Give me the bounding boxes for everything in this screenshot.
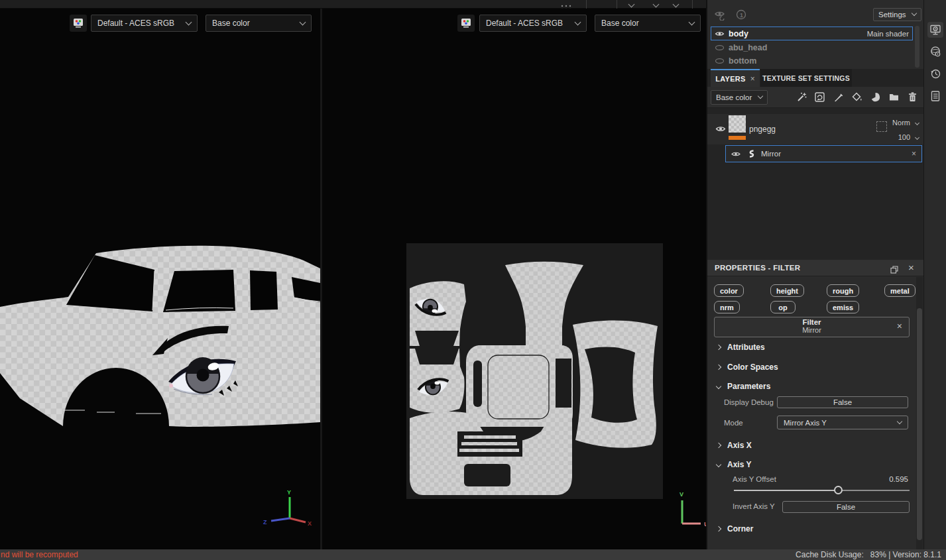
svg-text:1: 1 <box>740 12 743 19</box>
viewport-3d[interactable]: Y X Z Default - ACES sRGB Base color <box>0 9 320 549</box>
fill-layer-icon[interactable] <box>851 91 862 103</box>
layer-mask-placeholder[interactable] <box>876 121 887 132</box>
texture-set-name: body <box>729 29 748 38</box>
display-debug-label: Display Debug <box>724 398 774 406</box>
properties-panel: PROPERTIES - FILTER × color height rough… <box>707 260 925 549</box>
svg-text:Z: Z <box>263 519 267 526</box>
top-toolbar-strip <box>0 0 706 9</box>
section-attributes[interactable]: Attributes <box>717 343 765 352</box>
filter-name: Mirror <box>715 326 909 334</box>
filter-type-label: Filter <box>715 318 909 326</box>
axis-y-offset-value[interactable]: 0.595 <box>866 475 908 483</box>
eye-closed-icon[interactable] <box>715 43 725 52</box>
effect-remove-icon[interactable]: × <box>912 150 916 158</box>
add-effect-icon[interactable] <box>796 91 807 103</box>
svg-text:Y: Y <box>287 489 291 496</box>
filter-selector[interactable]: Filter Mirror × <box>714 317 910 337</box>
eye-closed-icon[interactable] <box>715 56 725 66</box>
add-smart-material-icon[interactable] <box>814 91 825 103</box>
tab-texture-set-settings[interactable]: TEXTURE SET SETTINGS <box>760 69 852 87</box>
effects-icon[interactable] <box>870 91 881 103</box>
section-axis-x[interactable]: Axis X <box>717 441 752 450</box>
history-panel-icon[interactable] <box>927 66 943 82</box>
application-window: Y X Z Default - ACES sRGB Base color <box>0 0 946 560</box>
properties-scrollbar-thumb[interactable] <box>917 308 922 540</box>
channel-button-op[interactable]: op <box>770 301 796 313</box>
axis-y-offset-label: Axis Y Offset <box>733 475 776 483</box>
paint-layer-icon[interactable] <box>833 91 844 103</box>
layer-name[interactable]: pngegg <box>749 125 776 134</box>
channel-dropdown-3d[interactable]: Base color <box>206 15 312 32</box>
texture-set-row-abu-head[interactable]: abu_head <box>711 41 913 54</box>
section-parameters[interactable]: Parameters <box>717 382 770 391</box>
float-panel-icon[interactable] <box>890 264 898 276</box>
mode-label: Mode <box>724 419 743 427</box>
status-bar: nd will be recomputed Cache Disk Usage: … <box>0 549 946 560</box>
svg-text:V: V <box>680 491 683 498</box>
channel-button-rough[interactable]: rough <box>827 284 859 297</box>
texture-set-name: abu_head <box>729 43 767 52</box>
effect-row-mirror[interactable]: Mirror × <box>725 145 922 162</box>
log-panel-icon[interactable] <box>927 88 943 104</box>
right-panel: 1 Settings body Main shader abu_head bot… <box>706 0 923 549</box>
toolbar-grip-dots <box>560 1 573 7</box>
display-settings-icon-button-2d[interactable] <box>457 15 475 32</box>
properties-scrollbar-track[interactable] <box>916 277 923 549</box>
layer-opacity[interactable]: 100 <box>898 133 910 141</box>
channel-button-color[interactable]: color <box>714 284 744 297</box>
section-axis-y[interactable]: Axis Y <box>717 460 751 469</box>
invert-axis-y-toggle[interactable]: False <box>782 501 910 513</box>
axis-gizmo-3d: Y X Z <box>263 489 312 527</box>
channel-button-emiss[interactable]: emiss <box>827 301 859 313</box>
eye-icon[interactable] <box>715 29 725 38</box>
layer-blend-mode[interactable]: Norm <box>892 119 910 127</box>
texture-set-shader: Main shader <box>867 30 909 38</box>
texture-set-name: bottom <box>729 56 756 66</box>
layer-row-pngegg[interactable]: pngegg Norm 100 <box>707 114 925 144</box>
right-icon-strip <box>923 0 946 549</box>
tabs-row: LAYERS × TEXTURE SET SETTINGS <box>707 69 925 87</box>
mode-dropdown[interactable]: Mirror Axis Y <box>777 416 908 429</box>
display-settings-icon-button[interactable] <box>70 15 87 32</box>
folder-icon[interactable] <box>888 91 900 103</box>
axis-y-offset-slider-track[interactable] <box>734 490 910 491</box>
uv-islands-2d: V U <box>322 9 706 549</box>
tab-layers[interactable]: LAYERS × <box>711 69 760 87</box>
channel-button-metal[interactable]: metal <box>884 284 916 297</box>
monitor-rgb-icon <box>72 18 84 28</box>
texture-set-row-bottom[interactable]: bottom <box>711 54 913 67</box>
filter-remove-icon[interactable]: × <box>897 321 902 331</box>
substance-effect-icon <box>746 149 755 158</box>
effect-visibility-eye-icon[interactable] <box>731 150 740 158</box>
texture-set-row-body[interactable]: body Main shader <box>711 27 913 40</box>
shader-settings-panel-icon[interactable] <box>927 44 943 60</box>
viewport-2d[interactable]: V U Default - ACES sRGB Base color <box>322 9 706 549</box>
svg-text:X: X <box>308 520 312 527</box>
visibility-single-icon[interactable]: 1 <box>735 9 747 21</box>
close-panel-icon[interactable]: × <box>908 262 914 272</box>
texture-set-scrollbar[interactable] <box>915 26 919 68</box>
monitor-rgb-icon <box>460 18 472 28</box>
status-info: Cache Disk Usage: 83% | Version: 8.1.1 <box>796 550 941 559</box>
colorspace-dropdown-3d[interactable]: Default - ACES sRGB <box>91 15 198 32</box>
layers-channel-filter-dropdown[interactable]: Base color <box>711 90 768 105</box>
channel-button-height[interactable]: height <box>770 284 804 297</box>
display-debug-toggle[interactable]: False <box>777 396 908 408</box>
layers-list: pngegg Norm 100 Mirror × <box>707 108 925 260</box>
channel-button-nrm[interactable]: nrm <box>714 301 740 313</box>
settings-dropdown[interactable]: Settings <box>873 8 921 21</box>
section-color-spaces[interactable]: Color Spaces <box>717 363 778 372</box>
tab-close-icon[interactable]: × <box>750 75 755 83</box>
colorspace-dropdown-2d[interactable]: Default - ACES sRGB <box>479 15 587 32</box>
toolbar-partial-dropdown-chevron <box>653 1 660 8</box>
visibility-sync-icon[interactable] <box>714 9 726 21</box>
section-corner[interactable]: Corner <box>717 524 753 533</box>
axis-y-offset-slider-handle[interactable] <box>834 486 843 494</box>
delete-layer-icon[interactable] <box>907 91 918 103</box>
car-model-3d: Y X Z <box>0 9 320 549</box>
display-settings-panel-icon[interactable] <box>927 22 943 38</box>
layer-thumbnail[interactable] <box>729 115 746 133</box>
layer-visibility-eye-icon[interactable] <box>715 124 726 137</box>
axis-gizmo-2d: V U <box>680 491 706 528</box>
channel-dropdown-2d[interactable]: Base color <box>595 15 701 32</box>
